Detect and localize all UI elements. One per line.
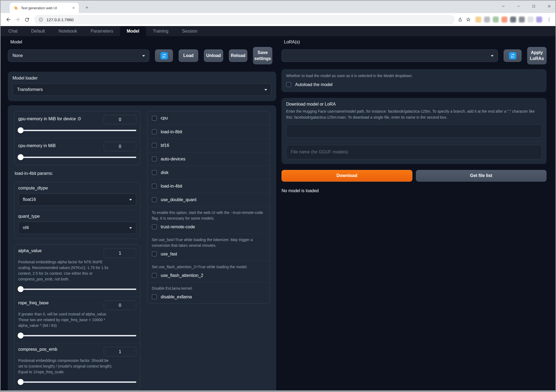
slider-handle[interactable]	[18, 154, 24, 160]
load-in-4bit-checkbox[interactable]	[152, 184, 157, 189]
maximize-icon[interactable]	[532, 4, 536, 8]
reload-icon	[24, 17, 30, 23]
gpu-memory-slider[interactable]	[18, 127, 136, 134]
share-icon[interactable]	[457, 17, 463, 22]
chevron-down-icon	[129, 199, 132, 201]
model-dropdown[interactable]: None	[8, 49, 149, 62]
alpha-value-input[interactable]: 1	[104, 248, 136, 258]
extension-icon[interactable]	[501, 17, 507, 23]
new-tab-button[interactable]: +	[84, 5, 90, 11]
refresh-icon	[509, 52, 516, 59]
browser-tab[interactable]: Text generation web UI ×	[10, 3, 79, 13]
disk-checkbox-label: disk	[161, 170, 168, 175]
checkbox-row-disable-exllama: Disable ExLlama kernel. disable_exllama	[147, 282, 270, 304]
file-name-input[interactable]	[286, 145, 542, 159]
extension-icon[interactable]	[536, 17, 542, 23]
close-icon[interactable]	[547, 4, 552, 9]
extension-icon[interactable]	[510, 17, 516, 23]
model-loader-dropdown[interactable]: Transformers	[12, 83, 271, 96]
compress-pos-emb-input[interactable]: 1	[104, 347, 136, 356]
get-file-list-button[interactable]: Get file list	[416, 170, 547, 182]
save-settings-button[interactable]: Save settings	[253, 47, 272, 64]
cpu-memory-label: cpu-memory in MiB	[18, 142, 56, 148]
auto-devices-checkbox[interactable]	[152, 156, 157, 162]
loader-params-panel: gpu-memory in MiB for device :0 0	[8, 105, 276, 390]
bf16-checkbox[interactable]	[152, 143, 157, 148]
load-in-8bit-checkbox[interactable]	[152, 129, 157, 134]
cpu-checkbox-label: cpu	[161, 116, 168, 121]
minimize-icon[interactable]	[516, 4, 521, 8]
tab-chat[interactable]: Chat	[2, 26, 24, 36]
extension-icon[interactable]	[527, 17, 533, 23]
unload-button[interactable]: Unload	[204, 49, 223, 62]
model-status-message: No model is loaded	[282, 188, 546, 193]
tab-parameters[interactable]: Parameters	[84, 26, 120, 36]
compress-pos-emb-info: Positional embeddings compression factor…	[18, 358, 113, 375]
autoload-checkbox[interactable]	[286, 82, 291, 87]
menu-dots-icon[interactable]	[546, 17, 552, 22]
checkbox-row-use-double-quant: use_double_quant	[147, 193, 270, 206]
slider-handle[interactable]	[18, 333, 24, 339]
use-flash-attention-2-info: Set use_flash_attention_2=True while loa…	[152, 264, 265, 270]
download-button[interactable]: Download	[282, 170, 412, 182]
compress-pos-emb-slider[interactable]	[18, 379, 136, 385]
reload-button[interactable]	[22, 15, 31, 24]
back-button[interactable]	[4, 15, 13, 24]
alpha-value-info: Positional embeddings alpha factor for N…	[18, 259, 113, 282]
cpu-memory-slider[interactable]	[18, 154, 136, 160]
load-button[interactable]: Load	[179, 49, 198, 62]
cpu-checkbox[interactable]	[152, 116, 157, 121]
quant-type-dropdown[interactable]: nf4	[18, 222, 136, 234]
extension-icon[interactable]	[493, 17, 499, 23]
compute-dtype-dropdown[interactable]: float16	[18, 193, 136, 206]
tab-training[interactable]: Training	[146, 26, 175, 36]
site-info-icon[interactable]	[39, 17, 43, 22]
alpha-value-slider[interactable]	[18, 286, 136, 292]
chevron-down-icon	[491, 55, 494, 57]
tab-session[interactable]: Session	[175, 26, 204, 36]
use-fast-checkbox[interactable]	[152, 251, 157, 257]
model-path-input[interactable]	[286, 124, 542, 138]
trust-remote-code-checkbox[interactable]	[152, 224, 157, 229]
chevron-down-icon[interactable]	[501, 4, 506, 8]
extension-icon[interactable]	[519, 17, 525, 23]
slider-handle[interactable]	[18, 127, 24, 133]
address-bar[interactable]: 127.0.0.1:7860	[34, 15, 455, 24]
browser-window: Text generation web UI × +	[0, 0, 556, 392]
tab-default[interactable]: Default	[24, 26, 52, 36]
use-double-quant-checkbox[interactable]	[152, 197, 157, 202]
extension-icon[interactable]	[484, 17, 490, 23]
tab-notebook[interactable]: Notebook	[52, 26, 84, 36]
gpu-memory-label: gpu-memory in MiB for device :0	[18, 115, 81, 121]
lora-dropdown[interactable]	[282, 49, 498, 62]
tab-close-icon[interactable]: ×	[71, 5, 76, 10]
disable-exllama-checkbox[interactable]	[152, 294, 157, 299]
rope-freq-base-row: rope_freq_base 0 If greater than 0, will…	[14, 297, 140, 343]
extension-icon[interactable]	[475, 17, 481, 23]
refresh-models-button[interactable]	[155, 49, 173, 62]
slider-track	[18, 335, 136, 336]
disk-checkbox[interactable]	[152, 170, 157, 175]
slider-handle[interactable]	[18, 379, 24, 385]
cpu-memory-input[interactable]: 0	[104, 142, 136, 151]
rope-freq-base-slider[interactable]	[18, 332, 136, 339]
apply-loras-button[interactable]: Apply LoRAs	[527, 47, 546, 64]
reload-model-button[interactable]: Reload	[229, 49, 247, 62]
checkbox-row-bf16: bf16	[147, 138, 270, 152]
rope-freq-base-input[interactable]: 0	[104, 301, 136, 310]
use-flash-attention-2-checkbox-label: use_flash_attention_2	[161, 273, 203, 278]
model-loader-panel: Model loader Transformers	[8, 72, 276, 101]
use-fast-checkbox-label: use_fast	[161, 252, 177, 257]
gpu-memory-row: gpu-memory in MiB for device :0 0	[14, 111, 140, 138]
refresh-loras-button[interactable]	[504, 49, 522, 62]
slider-handle[interactable]	[18, 286, 24, 292]
favicon-icon	[14, 6, 18, 10]
tab-model[interactable]: Model	[120, 26, 146, 36]
use-flash-attention-2-checkbox[interactable]	[152, 273, 157, 278]
forward-button[interactable]	[13, 15, 22, 24]
gpu-memory-input[interactable]: 0	[104, 115, 136, 124]
back-icon	[5, 17, 11, 23]
bookmark-star-icon[interactable]	[466, 17, 471, 22]
use-fast-info: Set use_fast=True while loading the toke…	[152, 237, 265, 248]
chevron-down-icon	[129, 227, 132, 229]
